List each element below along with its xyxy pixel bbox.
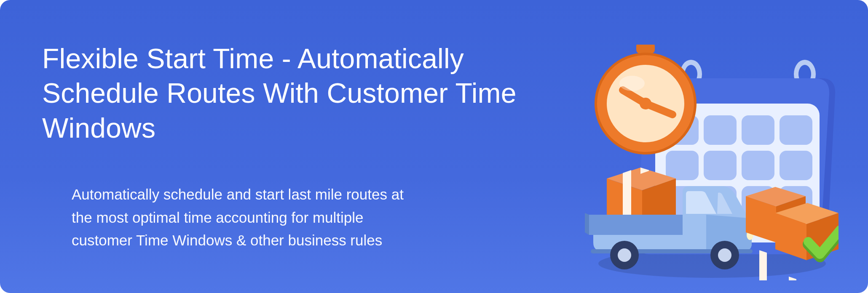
svg-point-29 xyxy=(618,248,631,262)
svg-rect-12 xyxy=(742,151,774,180)
hero-illustration xyxy=(577,45,839,280)
hero-subtitle: Automatically schedule and start last mi… xyxy=(42,183,421,252)
svg-rect-7 xyxy=(704,115,737,145)
hero-banner: Flexible Start Time - Automatically Sche… xyxy=(0,0,868,293)
svg-point-26 xyxy=(619,76,645,91)
svg-rect-33 xyxy=(759,250,767,280)
svg-rect-13 xyxy=(780,151,812,180)
svg-rect-34 xyxy=(789,277,796,280)
svg-point-25 xyxy=(640,98,651,109)
svg-rect-11 xyxy=(704,151,737,180)
hero-title: Flexible Start Time - Automatically Sche… xyxy=(42,41,548,146)
svg-rect-8 xyxy=(742,115,774,145)
hero-text-block: Flexible Start Time - Automatically Sche… xyxy=(42,41,548,252)
svg-rect-10 xyxy=(666,151,699,180)
svg-rect-9 xyxy=(780,115,812,145)
stopwatch-icon xyxy=(596,45,695,153)
svg-point-31 xyxy=(718,248,731,262)
